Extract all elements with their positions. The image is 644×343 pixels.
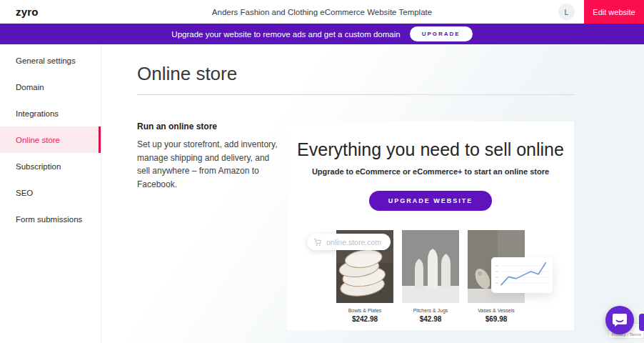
section-description: Set up your storefront, add inventory, m… xyxy=(137,138,284,191)
ecommerce-upsell-card: Everything you need to sell online Upgra… xyxy=(287,121,574,330)
product-card: Pitchers & Jugs $42.98 xyxy=(402,230,459,323)
product-name: Pitchers & Jugs xyxy=(402,308,459,313)
user-avatar[interactable]: L xyxy=(558,4,575,20)
product-image-pitchers xyxy=(402,230,459,303)
upgrade-banner-button[interactable]: UPGRADE xyxy=(410,26,473,41)
site-template-title: Anders Fashion and Clothing eCommerce We… xyxy=(212,8,432,16)
top-header: zyro Anders Fashion and Clothing eCommer… xyxy=(0,0,644,24)
store-preview: online.store.com xyxy=(287,230,574,323)
sales-chart-card xyxy=(491,257,553,293)
store-url-pill: online.store.com xyxy=(307,234,391,250)
upsell-subtitle: Upgrade to eCommerce or eCommerce+ to st… xyxy=(287,167,574,176)
chat-widget-tab[interactable] xyxy=(639,314,644,331)
sidebar-item-integrations[interactable]: Integrations xyxy=(0,100,101,126)
sidebar-item-seo[interactable]: SEO xyxy=(0,179,101,206)
cart-icon xyxy=(313,238,322,247)
main-content: Online store Run an online store Set up … xyxy=(101,44,644,343)
page-title: Online store xyxy=(137,63,644,85)
product-name: Vases & Vessels xyxy=(468,308,525,313)
sales-line-chart xyxy=(491,257,553,293)
upsell-title: Everything you need to sell online xyxy=(287,139,574,160)
product-price: $242.98 xyxy=(336,315,393,323)
title-divider xyxy=(137,94,574,95)
edit-website-button[interactable]: Edit website xyxy=(584,0,644,24)
upgrade-banner: Upgrade your website to remove ads and g… xyxy=(0,24,644,44)
app-body: General settings Domain Integrations Onl… xyxy=(0,44,644,343)
chat-launcher-button[interactable] xyxy=(605,306,634,334)
topbar-right: L Edit website xyxy=(558,0,644,24)
product-price: $69.98 xyxy=(468,315,525,323)
upgrade-website-button[interactable]: UPGRADE WEBSITE xyxy=(369,191,493,211)
product-name: Bowls & Plates xyxy=(336,308,393,313)
settings-sidebar: General settings Domain Integrations Onl… xyxy=(0,44,101,343)
sidebar-item-online-store[interactable]: Online store xyxy=(0,126,101,153)
zyro-logo: zyro xyxy=(16,6,39,18)
section-description-column: Run an online store Set up your storefro… xyxy=(137,121,287,330)
chat-bubble-icon xyxy=(612,313,628,327)
section-heading: Run an online store xyxy=(137,121,287,131)
upgrade-banner-text: Upgrade your website to remove ads and g… xyxy=(171,30,400,39)
sidebar-item-form-submissions[interactable]: Form submissions xyxy=(0,206,101,232)
product-price: $42.98 xyxy=(402,315,459,323)
store-url-text: online.store.com xyxy=(326,238,381,247)
sidebar-item-general-settings[interactable]: General settings xyxy=(0,47,101,74)
sidebar-item-subscription[interactable]: Subscription xyxy=(0,153,101,179)
sidebar-item-domain[interactable]: Domain xyxy=(0,74,101,100)
